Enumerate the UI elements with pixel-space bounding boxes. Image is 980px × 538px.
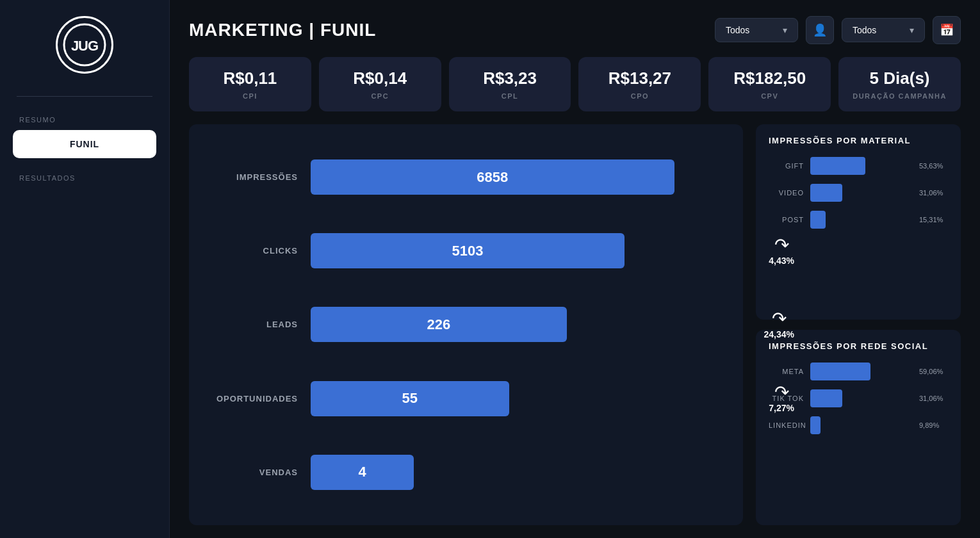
calendar-icon-button[interactable]: 📅 (933, 16, 961, 44)
user-icon-button[interactable]: 👤 (806, 16, 834, 44)
conversion-indicator: ↷ 24,34% (764, 310, 794, 339)
chevron-down-icon: ▾ (783, 25, 787, 35)
bar-fill (810, 389, 842, 407)
logo: JUG (56, 16, 113, 74)
funnel-bar-wrap: 4 (311, 455, 724, 490)
logo-container: JUG (53, 13, 117, 77)
bar-item: META 59,06% (769, 363, 948, 380)
kpi-row: R$0,11 CPI R$0,14 CPC R$3,23 CPL R$13,27… (189, 57, 961, 111)
funnel-bar: 6858 (311, 159, 674, 195)
conversion-pct: 4,43% (769, 256, 794, 266)
bar-pct: 31,06% (919, 189, 948, 197)
bar-label: LINKEDIN (769, 421, 804, 429)
funnel-bar-wrap: 5103 ↷ 4,43% (311, 233, 724, 268)
page-title: MARKETING | FUNIL (189, 20, 715, 40)
funnel-chart: IMPRESSÕES 6858 CLICKS 5103 ↷ 4,43% LEAD… (189, 124, 743, 525)
bar-track (810, 211, 913, 229)
funnel-bar-wrap: 226 ↷ 24,34% (311, 307, 724, 342)
bar-item: POST 15,31% (769, 211, 948, 229)
bar-item: TIK TOK 31,06% (769, 389, 948, 407)
kpi-value: 5 Dia(s) (870, 69, 930, 88)
bar-pct: 31,06% (919, 395, 948, 402)
bar-item: VIDEO 31,06% (769, 184, 948, 202)
conversion-pct: 7,27% (769, 403, 794, 413)
bar-fill (810, 184, 842, 202)
funnel-bar: 5103 (311, 233, 625, 268)
bar-label: VIDEO (769, 189, 804, 197)
chevron-down-icon-2: ▾ (910, 25, 914, 35)
header: MARKETING | FUNIL Todos ▾ 👤 Todos ▾ 📅 (189, 16, 961, 44)
kpi-value: R$182,50 (733, 69, 806, 88)
funnel-row: OPORTUNIDADES 55 ↷ 7,27% (208, 381, 724, 416)
bar-fill (810, 157, 865, 175)
bar-label: POST (769, 216, 804, 224)
resumo-section-label: RESUMO (0, 116, 56, 124)
funnel-bar: 4 (311, 455, 414, 490)
funnel-bar-wrap: 55 ↷ 7,27% (311, 381, 724, 416)
bar-label: GIFT (769, 162, 804, 170)
bar-track (810, 184, 913, 202)
bar-fill (810, 416, 821, 434)
funnel-row-label: LEADS (208, 320, 311, 329)
funnel-bar: 226 (311, 307, 567, 342)
bar-fill (810, 363, 870, 380)
funnel-bar-wrap: 6858 (311, 159, 724, 195)
bar-track (810, 363, 913, 380)
filter2-dropdown[interactable]: Todos ▾ (842, 18, 925, 42)
funnel-row-label: IMPRESSÕES (208, 172, 311, 182)
kpi-label: CPV (761, 92, 778, 100)
funnel-row-label: VENDAS (208, 468, 311, 477)
funnel-bar: 55 (311, 381, 509, 416)
funnel-row: CLICKS 5103 ↷ 4,43% (208, 233, 724, 268)
funnel-row: IMPRESSÕES 6858 (208, 159, 724, 195)
conversion-arrow-icon: ↷ (774, 384, 789, 402)
bar-track (810, 389, 913, 407)
bar-fill (810, 211, 826, 229)
bar-pct: 15,31% (919, 216, 948, 224)
kpi-value: R$13,27 (608, 69, 671, 88)
kpi-value: R$0,11 (223, 69, 277, 88)
bar-label: META (769, 368, 804, 375)
kpi-label: DURAÇÃO CAMPANHA (853, 92, 947, 100)
kpi-card: R$3,23 CPL (449, 57, 571, 111)
impressoes-material-card: IMPRESSÕES POR MATERIAL GIFT 53,63% VIDE… (756, 124, 961, 320)
kpi-value: R$0,14 (353, 69, 407, 88)
sidebar-item-funil[interactable]: FUNIL (13, 130, 156, 158)
kpi-label: CPC (371, 92, 389, 100)
impressoes-material-title: IMPRESSÕES POR MATERIAL (769, 136, 948, 145)
funnel-row-label: CLICKS (208, 246, 311, 256)
kpi-card: R$182,50 CPV (708, 57, 831, 111)
sidebar: JUG RESUMO FUNIL RESULTADOS (0, 0, 170, 538)
bar-pct: 53,63% (919, 162, 948, 170)
conversion-indicator: ↷ 4,43% (769, 236, 794, 266)
bar-item: LINKEDIN 9,89% (769, 416, 948, 434)
user-icon: 👤 (813, 23, 827, 37)
sidebar-divider (17, 96, 152, 97)
bar-track (810, 157, 913, 175)
filter1-dropdown[interactable]: Todos ▾ (715, 18, 798, 42)
kpi-card: R$0,11 CPI (189, 57, 311, 111)
conversion-indicator: ↷ 7,27% (769, 384, 794, 413)
kpi-card: R$0,14 CPC (319, 57, 441, 111)
resultados-section-label: RESULTADOS (0, 174, 76, 182)
conversion-arrow-icon: ↷ (772, 310, 787, 328)
header-controls: Todos ▾ 👤 Todos ▾ 📅 (715, 16, 961, 44)
funnel-row-label: OPORTUNIDADES (208, 394, 311, 403)
kpi-card: 5 Dia(s) DURAÇÃO CAMPANHA (838, 57, 961, 111)
svg-text:JUG: JUG (71, 38, 98, 54)
funnel-row: VENDAS 4 (208, 455, 724, 490)
bar-item: GIFT 53,63% (769, 157, 948, 175)
bar-track (810, 416, 913, 434)
kpi-card: R$13,27 CPO (578, 57, 701, 111)
impressoes-rede-card: IMPRESSÕES POR REDE SOCIAL META 59,06% T… (756, 330, 961, 525)
bar-pct: 59,06% (919, 368, 948, 375)
conversion-pct: 24,34% (764, 329, 794, 339)
impressoes-rede-title: IMPRESSÕES POR REDE SOCIAL (769, 341, 948, 351)
kpi-label: CPL (502, 92, 519, 100)
conversion-arrow-icon: ↷ (774, 236, 789, 254)
kpi-label: CPO (631, 92, 649, 100)
calendar-icon: 📅 (940, 23, 954, 37)
kpi-value: R$3,23 (483, 69, 537, 88)
funnel-row: LEADS 226 ↷ 24,34% (208, 307, 724, 342)
content-area: IMPRESSÕES 6858 CLICKS 5103 ↷ 4,43% LEAD… (189, 124, 961, 525)
